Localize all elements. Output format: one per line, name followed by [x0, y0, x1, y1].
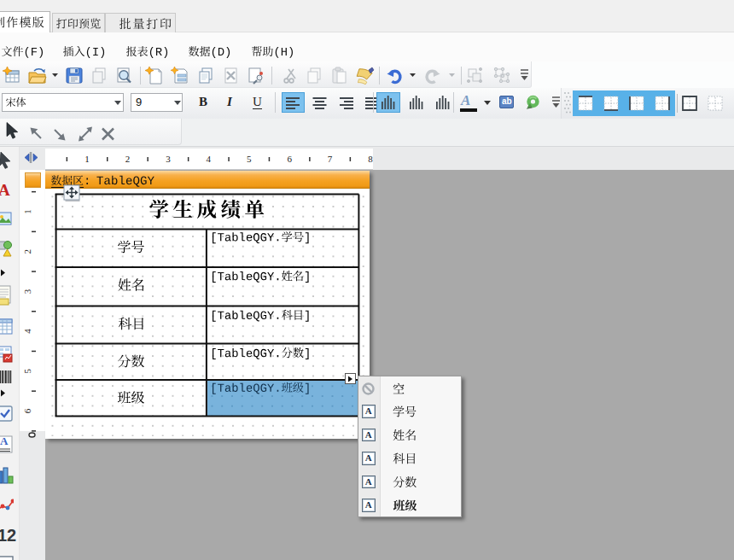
svg-text:7: 7 — [328, 154, 333, 164]
svg-text:5: 5 — [22, 369, 32, 374]
svg-text:8: 8 — [368, 154, 373, 164]
svg-text:2: 2 — [125, 154, 131, 164]
svg-text:3: 3 — [22, 289, 32, 294]
svg-text:1: 1 — [84, 154, 90, 164]
svg-text:4: 4 — [207, 154, 212, 164]
svg-text:1: 1 — [22, 209, 32, 214]
svg-text:6: 6 — [287, 154, 292, 164]
svg-text:4: 4 — [22, 329, 32, 334]
svg-text:3: 3 — [166, 154, 171, 164]
svg-text:2: 2 — [22, 249, 32, 254]
svg-text:5: 5 — [247, 154, 252, 164]
svg-text:6: 6 — [22, 408, 32, 413]
